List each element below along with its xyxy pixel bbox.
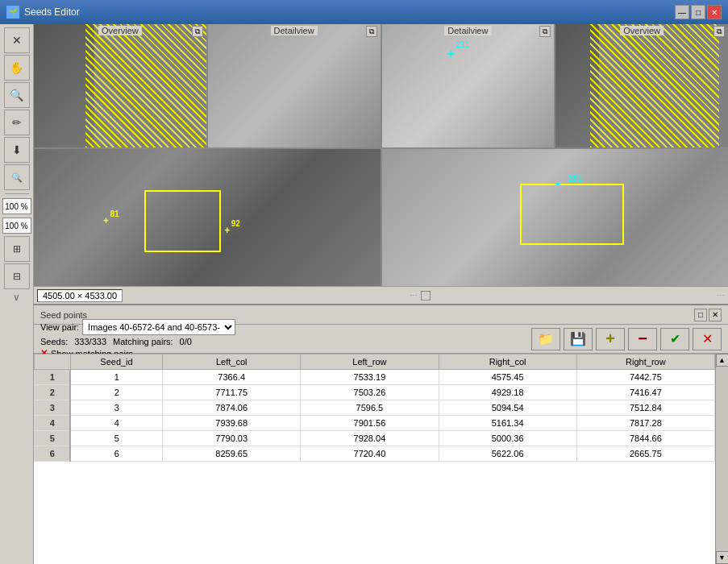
main-image-right[interactable]: + 291 <box>382 149 729 286</box>
cell-left_col: 7939.68 <box>163 416 301 431</box>
table-header-row: Seed_id Left_col Left_row Right_col Righ… <box>35 355 715 370</box>
scroll-up-arrow[interactable]: ▲ <box>716 354 729 367</box>
hand-tool-button[interactable]: ✋ <box>4 55 30 81</box>
crosshair-92: + <box>224 225 230 236</box>
title-bar: 🌱 Seeds Editor — □ ✕ <box>0 0 728 24</box>
detail-right-icon[interactable]: ⧉ <box>539 26 551 37</box>
fit-window-button[interactable]: ⊞ <box>4 236 30 262</box>
seed-table: Seed_id Left_col Left_row Right_col Righ… <box>34 354 715 462</box>
seed-action-buttons: 📁 💾 + − ✔ ✕ <box>531 328 722 350</box>
panel-toggle[interactable] <box>421 291 431 301</box>
cell-left_col: 7711.75 <box>163 385 301 400</box>
seed-table-body: 117366.47533.194575.457442.75227711.7575… <box>35 370 715 462</box>
cell-left_col: 7874.06 <box>163 400 301 416</box>
seed-panel-title: Seed points <box>40 310 87 320</box>
zoom-out-button[interactable]: ⊟ <box>4 263 30 289</box>
rect-left <box>144 190 220 252</box>
app-icon: 🌱 <box>6 6 19 19</box>
row-number-cell: 3 <box>35 400 71 416</box>
zoom-level-1: 100 % <box>2 198 31 214</box>
add-seed-button[interactable]: + <box>596 328 625 350</box>
seeds-count: 333/333 <box>74 337 106 346</box>
cell-right_col: 4929.18 <box>439 385 576 400</box>
scroll-down-arrow[interactable]: ▼ <box>716 551 729 564</box>
detailview-panel-left: Detailview ⧉ <box>208 24 382 147</box>
detail-right-marker: 291 <box>456 40 469 49</box>
app-title: Seeds Editor <box>24 6 80 18</box>
seed-panel-controls: □ ✕ <box>694 309 722 321</box>
zoom-area-button[interactable]: 🔍 <box>4 164 30 190</box>
detail-left-icon[interactable]: ⧉ <box>366 26 377 37</box>
cell-seed_id: 3 <box>70 400 162 416</box>
view-pair-select[interactable]: Images 40-6572-64 and 40-6573- <box>82 319 235 335</box>
toolbar-separator <box>5 193 29 194</box>
scroll-thumb[interactable] <box>716 367 728 551</box>
table-scroll-area: Seed_id Left_col Left_row Right_col Righ… <box>34 354 728 564</box>
detail-right-image[interactable]: + 291 <box>382 24 555 147</box>
detail-right-crosshair: + <box>447 47 455 61</box>
close-button[interactable]: ✕ <box>707 5 722 19</box>
matching-pairs-label: Matching pairs: <box>113 337 173 346</box>
cell-right_col: 5622.06 <box>439 446 576 462</box>
table-row[interactable]: 447939.687901.565161.347817.28 <box>35 416 715 431</box>
cell-seed_id: 6 <box>70 446 162 462</box>
accept-button[interactable]: ✔ <box>660 328 689 350</box>
maximize-button[interactable]: □ <box>691 5 705 19</box>
cell-left_row: 7533.19 <box>301 370 439 385</box>
zoom-in-button[interactable]: 🔍 <box>4 82 30 108</box>
seed-toolbar: View pair: Images 40-6572-64 and 40-6573… <box>34 325 728 354</box>
resize-handle[interactable]: ⋯ <box>410 291 418 300</box>
bottom-image-row: + 81 + 92 + 291 <box>34 149 728 286</box>
cell-left_row: 7720.40 <box>301 446 439 462</box>
row-number-cell: 5 <box>35 431 71 446</box>
table-row[interactable]: 668259.657720.405622.062665.75 <box>35 446 715 462</box>
table-row[interactable]: 117366.47533.194575.457442.75 <box>35 370 715 385</box>
main-window: ✕ ✋ 🔍 ✏ ⬇ 🔍 100 % 100 % ⊞ ⊟ ∨ Overview ⧉ <box>0 24 728 564</box>
seed-panel-expand[interactable]: □ <box>694 309 707 321</box>
overview-panel-left: Overview ⧉ <box>34 24 208 147</box>
col-header-right-row: Right_row <box>576 355 714 370</box>
download-tool-button[interactable]: ⬇ <box>4 137 30 163</box>
detail-left-image[interactable] <box>208 24 381 147</box>
minimize-button[interactable]: — <box>675 5 689 19</box>
matching-pairs-count: 0/0 <box>180 337 192 346</box>
col-header-left-row: Left_row <box>301 355 439 370</box>
table-row[interactable]: 227711.757503.264929.187416.47 <box>35 385 715 400</box>
cell-right_row: 7512.84 <box>576 400 714 416</box>
overview-right-icon[interactable]: ⧉ <box>713 26 725 37</box>
save-file-button[interactable]: 💾 <box>564 328 593 350</box>
col-header-right-col: Right_col <box>439 355 576 370</box>
image-status-bar: 4505.00 × 4533.00 ⋯ ⋯ <box>34 286 728 304</box>
cell-left_row: 7503.26 <box>301 385 439 400</box>
brush-tool-button[interactable]: ✏ <box>4 110 30 135</box>
coordinates-display: 4505.00 × 4533.00 <box>37 289 123 302</box>
row-number-cell: 4 <box>35 416 71 431</box>
overview-left-label: Overview <box>98 26 142 35</box>
expand-toolbar-button[interactable]: ∨ <box>4 291 30 304</box>
open-file-button[interactable]: 📁 <box>531 328 560 350</box>
pointer-tool-button[interactable]: ✕ <box>4 27 30 53</box>
table-row[interactable]: 557790.037928.045000.367844.66 <box>35 431 715 446</box>
label-92: 92 <box>231 219 240 228</box>
main-image-left[interactable]: + 81 + 92 <box>34 149 382 286</box>
remove-seed-button[interactable]: − <box>628 328 657 350</box>
col-header-seed-id: Seed_id <box>70 355 162 370</box>
overview-left-image[interactable] <box>34 24 206 147</box>
seed-table-container: Seed_id Left_col Left_row Right_col Righ… <box>34 354 715 564</box>
crosshair-81: + <box>103 215 109 226</box>
table-row[interactable]: 337874.067596.55094.547512.84 <box>35 400 715 416</box>
view-pair-row: View pair: Images 40-6572-64 and 40-6573… <box>40 319 525 335</box>
resize-handle-2[interactable]: ⋯ <box>717 291 725 300</box>
overview-right-image[interactable] <box>555 24 728 147</box>
cell-left_col: 7790.03 <box>163 431 301 446</box>
cell-right_row: 7844.66 <box>576 431 714 446</box>
title-bar-left: 🌱 Seeds Editor <box>6 6 80 19</box>
cell-right_col: 4575.45 <box>439 370 576 385</box>
col-header-left-col: Left_col <box>163 355 301 370</box>
seed-panel-close[interactable]: ✕ <box>709 309 722 321</box>
reject-button[interactable]: ✕ <box>693 328 722 350</box>
detailview-panel-right: Detailview ⧉ + 291 <box>382 24 556 147</box>
detail-right-label: Detailview <box>444 26 491 35</box>
overview-left-icon[interactable]: ⧉ <box>192 26 203 37</box>
cell-right_col: 5000.36 <box>439 431 576 446</box>
